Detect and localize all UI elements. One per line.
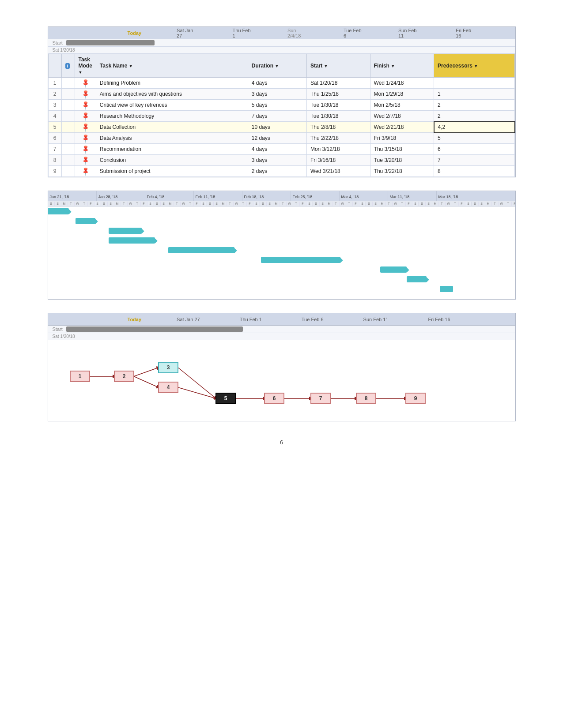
table-row-start: Wed 3/21/18 <box>306 166 370 177</box>
svg-text:8: 8 <box>364 395 367 402</box>
svg-text:4: 4 <box>166 384 170 390</box>
page-number-text: 6 <box>280 439 283 446</box>
table-row-start: Fri 3/16/18 <box>306 155 370 166</box>
date-fri-feb16: Fri Feb 16 <box>456 28 475 38</box>
day-cell: S <box>419 202 426 206</box>
table-row-mode: 📌 <box>75 89 96 100</box>
net-date-thufeb1: Thu Feb 1 <box>240 317 262 322</box>
day-cell: T <box>399 202 406 206</box>
table-row-name: Data Analysis <box>96 133 248 144</box>
day-cell: T <box>452 202 459 206</box>
task-table: i TaskMode ▼ Task Name ▼ Duration ▼ Star… <box>48 54 515 177</box>
table-row-num: 9 <box>48 166 61 177</box>
table-row-num: 8 <box>48 155 61 166</box>
network-timeline-header: Today Sat Jan 27 Thu Feb 1 Tue Feb 6 Sun… <box>48 317 515 322</box>
gantt-bar <box>76 218 95 224</box>
day-cell: T <box>386 202 393 206</box>
table-row-predecessors: 5 <box>434 133 515 144</box>
net-date-frifeb16: Fri Feb 16 <box>428 317 450 322</box>
day-cell: S <box>200 202 207 206</box>
day-cell: S <box>479 202 485 206</box>
sat-date-label: Sat 1/20/18 <box>48 47 515 54</box>
col-taskname: Task Name ▼ <box>96 54 248 78</box>
day-cell: M <box>167 202 174 206</box>
table-row-duration: 4 days <box>248 78 306 89</box>
network-start-bar <box>66 326 243 332</box>
svg-line-3 <box>178 368 216 398</box>
day-cell: M <box>326 202 333 206</box>
day-cell: F <box>459 202 465 206</box>
chart-date-header: Feb 4, '18 <box>145 191 194 201</box>
table-row-mode: 📌 <box>75 122 96 133</box>
day-cell: T <box>227 202 234 206</box>
table-row-mode: 📌 <box>75 155 96 166</box>
gantt-bar <box>109 228 142 234</box>
table-row-finish: Tue 3/20/18 <box>370 155 434 166</box>
svg-text:5: 5 <box>224 395 227 402</box>
table-row-num: 4 <box>48 111 61 122</box>
table-row-info <box>61 78 75 89</box>
network-sat-label: Sat 1/20/18 <box>48 333 515 340</box>
table-row-start: Thu 1/25/18 <box>306 89 370 100</box>
date-tue-feb6: Tue Feb 6 <box>344 28 363 38</box>
day-cell: F <box>406 202 412 206</box>
table-row-predecessors: 7 <box>434 155 515 166</box>
table-row-duration: 2 days <box>248 166 306 177</box>
day-cell: S <box>267 202 273 206</box>
table-row-predecessors: 6 <box>434 144 515 155</box>
day-cell: M <box>379 202 386 206</box>
pin-icon: 📌 <box>80 133 91 143</box>
col-duration: Duration ▼ <box>248 54 306 78</box>
net-date-tuefeb6: Tue Feb 6 <box>302 317 324 322</box>
pin-icon: 📌 <box>80 166 91 176</box>
table-row-mode: 📌 <box>75 133 96 144</box>
chart-date-header: Mar 4, '18 <box>340 191 388 201</box>
table-row-name: Aims and objectives with questions <box>96 89 248 100</box>
table-row-predecessors: 4,2 <box>434 122 515 133</box>
table-row-predecessors: 2 <box>434 111 515 122</box>
day-cell: T <box>293 202 300 206</box>
gantt-bar <box>261 257 340 263</box>
table-row-duration: 3 days <box>248 155 306 166</box>
date-thu-feb1: Thu Feb 1 <box>233 28 252 38</box>
table-row-name: Defining Problem <box>96 78 248 89</box>
day-cell: M <box>61 202 68 206</box>
gantt-bar <box>407 276 427 282</box>
day-cell: S <box>154 202 161 206</box>
col-info: i <box>61 54 75 78</box>
day-cell: W <box>287 202 293 206</box>
day-cell: F <box>512 202 516 206</box>
table-row-num: 1 <box>48 78 61 89</box>
table-row-start: Tue 1/30/18 <box>306 100 370 111</box>
gantt-bar <box>168 247 234 253</box>
table-row-mode: 📌 <box>75 144 96 155</box>
table-row-num: 5 <box>48 122 61 133</box>
day-cell: F <box>353 202 359 206</box>
svg-text:2: 2 <box>122 373 125 379</box>
table-row-name: Submission of project <box>96 166 248 177</box>
network-diagram-area: 123456789 <box>48 340 515 421</box>
col-num <box>48 54 61 78</box>
day-cell: T <box>240 202 247 206</box>
day-cell: S <box>214 202 220 206</box>
pin-icon: 📌 <box>80 100 91 110</box>
table-row-num: 7 <box>48 144 61 155</box>
chart-date-header: Mar 18, '18 <box>437 191 485 201</box>
day-cell: S <box>366 202 373 206</box>
table-row-predecessors <box>434 78 515 89</box>
table-row-finish: Mon 1/29/18 <box>370 89 434 100</box>
gantt-bar <box>440 286 453 292</box>
start-label: Start <box>53 40 63 45</box>
gantt-bars-container <box>48 206 515 299</box>
table-row-start: Thu 2/22/18 <box>306 133 370 144</box>
day-cell: S <box>472 202 479 206</box>
info-icon: i <box>65 63 70 69</box>
chart-date-header: Jan 21, '18 <box>48 191 97 201</box>
page-number: 6 <box>48 439 516 446</box>
svg-line-1 <box>134 368 159 376</box>
table-row-finish: Mon 2/5/18 <box>370 100 434 111</box>
table-row-finish: Thu 3/22/18 <box>370 166 434 177</box>
today-label: Today <box>128 30 142 36</box>
net-date-satjan27: Sat Jan 27 <box>177 317 200 322</box>
day-cell: M <box>432 202 439 206</box>
